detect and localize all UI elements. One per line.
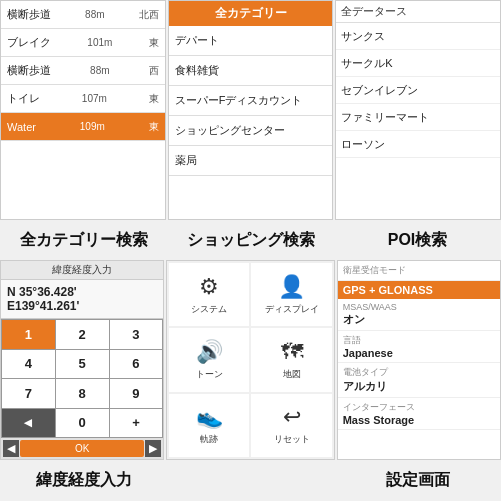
reset-label: リセット: [274, 433, 310, 446]
battery-value: アルカリ: [343, 379, 495, 394]
cat-name-3: 横断歩道: [7, 63, 51, 78]
track-icon: 👟: [196, 404, 223, 430]
shop-item-3[interactable]: スーパーFディスカウント: [169, 86, 333, 116]
settings-row-msas: MSAS/WAAS オン: [338, 299, 500, 331]
track-label: 軌跡: [200, 433, 218, 446]
shop-item-4[interactable]: ショッピングセンター: [169, 116, 333, 146]
map-label: 地図: [283, 368, 301, 381]
cat-dist-1: 88m: [85, 9, 104, 20]
settings-icon-map[interactable]: 🗺 地図: [251, 328, 331, 391]
msas-value: オン: [343, 312, 495, 327]
numpad-key-8[interactable]: 8: [56, 379, 109, 408]
battery-label: 電池タイプ: [343, 366, 495, 379]
numpad-key-1[interactable]: 1: [2, 320, 55, 349]
cat-item-4: トイレ 107m 東: [1, 85, 165, 113]
coord-display: N 35°36.428' E139°41.261': [1, 280, 163, 319]
numpad-key-9[interactable]: 9: [110, 379, 163, 408]
cat-dist-4: 107m: [82, 93, 107, 104]
cat-dir-5: 東: [149, 120, 159, 134]
numpad-key-4[interactable]: 4: [2, 350, 55, 379]
lang-value: Japanese: [343, 347, 495, 359]
cat-dir-4: 東: [149, 92, 159, 106]
gps-mode-label: 衛星受信モード: [343, 264, 495, 277]
panel-shopping: 全カテゴリー デパート 食料雑貨 スーパーFディスカウント ショッピングセンター…: [168, 0, 334, 220]
numpad-key-3[interactable]: 3: [110, 320, 163, 349]
coord-right-arrow[interactable]: ▶: [145, 440, 161, 457]
cat-name-2: ブレイク: [7, 35, 51, 50]
reset-icon: ↩: [283, 404, 301, 430]
settings-row-interface: インターフェース Mass Storage: [338, 398, 500, 430]
cat-item-5[interactable]: Water 109m 東: [1, 113, 165, 141]
panel-settings-info: 衛星受信モード GPS + GLONASS MSAS/WAAS オン 言語 Ja…: [337, 260, 501, 460]
display-label: ディスプレイ: [265, 303, 319, 316]
cat-dist-3: 88m: [90, 65, 109, 76]
shopping-header: 全カテゴリー: [169, 1, 333, 26]
settings-icon-track[interactable]: 👟 軌跡: [169, 394, 249, 457]
cat-item-1: 横断歩道 88m 北西: [1, 1, 165, 29]
panel-coord-input: 緯度経度入力 N 35°36.428' E139°41.261' 1 2 3 4…: [0, 260, 164, 460]
system-label: システム: [191, 303, 227, 316]
cat-name-4: トイレ: [7, 91, 40, 106]
bottom-row: 緯度経度入力 N 35°36.428' E139°41.261' 1 2 3 4…: [0, 260, 501, 460]
shop-item-1[interactable]: デパート: [169, 26, 333, 56]
cat-dir-2: 東: [149, 36, 159, 50]
cat-item-2: ブレイク 101m 東: [1, 29, 165, 57]
cat-name-5: Water: [7, 121, 36, 133]
coord-header: 緯度経度入力: [1, 261, 163, 280]
settings-icon-tone[interactable]: 🔊 トーン: [169, 328, 249, 391]
msas-label: MSAS/WAAS: [343, 302, 495, 312]
cat-dist-2: 101m: [87, 37, 112, 48]
panel-category-list: 横断歩道 88m 北西 ブレイク 101m 東 横断歩道 88m 西 トイレ 1…: [0, 0, 166, 220]
poi-item-2[interactable]: サークルK: [336, 50, 500, 77]
top-row: 横断歩道 88m 北西 ブレイク 101m 東 横断歩道 88m 西 トイレ 1…: [0, 0, 501, 220]
settings-icon-reset[interactable]: ↩ リセット: [251, 394, 331, 457]
cat-item-3: 横断歩道 88m 西: [1, 57, 165, 85]
gps-mode-header-label: 衛星受信モード: [338, 261, 500, 281]
label-cat-search: 全カテゴリー検索: [0, 232, 167, 248]
interface-label: インターフェース: [343, 401, 495, 414]
panel-poi: 全データース サンクス サークルK セブンイレブン ファミリーマート ローソン: [335, 0, 501, 220]
label-row-bottom: 緯度経度入力 設定画面: [0, 460, 501, 500]
poi-item-5[interactable]: ローソン: [336, 131, 500, 158]
display-icon: 👤: [278, 274, 305, 300]
shop-item-2[interactable]: 食料雑貨: [169, 56, 333, 86]
numpad-key-0[interactable]: 0: [56, 409, 109, 438]
lang-label: 言語: [343, 334, 495, 347]
label-poi-search: POI検索: [334, 232, 501, 248]
label-row-top: 全カテゴリー検索 ショッピング検索 POI検索: [0, 220, 501, 260]
numpad-key-2[interactable]: 2: [56, 320, 109, 349]
coord-north: N 35°36.428': [7, 285, 157, 299]
gps-mode-value: GPS + GLONASS: [338, 281, 500, 299]
cat-dir-3: 西: [149, 64, 159, 78]
label-shopping-search: ショッピング検索: [167, 232, 334, 248]
shop-item-5[interactable]: 薬局: [169, 146, 333, 176]
settings-row-battery: 電池タイプ アルカリ: [338, 363, 500, 398]
coord-ok-button[interactable]: OK: [20, 440, 144, 457]
numpad-key-6[interactable]: 6: [110, 350, 163, 379]
tone-label: トーン: [196, 368, 223, 381]
system-icon: ⚙: [199, 274, 219, 300]
poi-item-3[interactable]: セブンイレブン: [336, 77, 500, 104]
label-coord-input: 緯度経度入力: [0, 472, 167, 488]
coord-left-arrow[interactable]: ◀: [3, 440, 19, 457]
poi-item-1[interactable]: サンクス: [336, 23, 500, 50]
numpad-key-7[interactable]: 7: [2, 379, 55, 408]
poi-item-4[interactable]: ファミリーマート: [336, 104, 500, 131]
panel-settings-icons: ⚙ システム 👤 ディスプレイ 🔊 トーン 🗺 地図 👟 軌跡 ↩ リセット: [166, 260, 334, 460]
numpad-key-5[interactable]: 5: [56, 350, 109, 379]
coord-footer: ◀ OK ▶: [1, 438, 163, 459]
numpad-key-plus[interactable]: +: [110, 409, 163, 438]
settings-icon-display[interactable]: 👤 ディスプレイ: [251, 263, 331, 326]
settings-icon-system[interactable]: ⚙ システム: [169, 263, 249, 326]
numpad: 1 2 3 4 5 6 7 8 9 ◀ 0 +: [1, 319, 163, 438]
map-icon: 🗺: [281, 339, 303, 365]
cat-name-1: 横断歩道: [7, 7, 51, 22]
cat-dir-1: 北西: [139, 8, 159, 22]
tone-icon: 🔊: [196, 339, 223, 365]
settings-row-lang: 言語 Japanese: [338, 331, 500, 363]
cat-dist-5: 109m: [80, 121, 105, 132]
numpad-key-left[interactable]: ◀: [2, 409, 55, 438]
poi-header: 全データース: [336, 1, 500, 23]
label-settings-screen: 設定画面: [334, 472, 501, 488]
interface-value: Mass Storage: [343, 414, 495, 426]
